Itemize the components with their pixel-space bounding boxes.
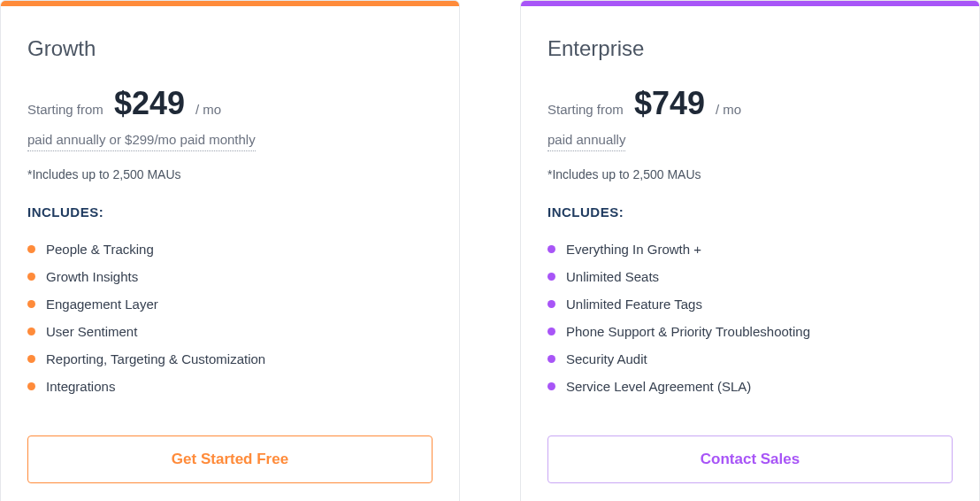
bullet-icon bbox=[547, 355, 555, 363]
bullet-icon bbox=[547, 382, 555, 390]
feature-list: People & Tracking Growth Insights Engage… bbox=[27, 235, 433, 400]
feature-item: User Sentiment bbox=[27, 318, 433, 345]
pricing-card-enterprise: Enterprise Starting from $749 / mo paid … bbox=[520, 0, 980, 501]
feature-item: People & Tracking bbox=[27, 235, 433, 263]
price-amount: $249 bbox=[114, 88, 185, 119]
feature-label: Everything In Growth + bbox=[566, 242, 701, 257]
price-prefix: Starting from bbox=[27, 102, 103, 117]
feature-item: Integrations bbox=[27, 373, 433, 400]
price-amount: $749 bbox=[634, 88, 705, 119]
feature-item: Phone Support & Priority Troubleshooting bbox=[547, 318, 953, 345]
price-row: Starting from $249 / mo bbox=[27, 88, 433, 119]
maus-note: *Includes up to 2,500 MAUs bbox=[547, 167, 953, 181]
bullet-icon bbox=[547, 300, 555, 308]
maus-note: *Includes up to 2,500 MAUs bbox=[27, 167, 433, 181]
contact-sales-button[interactable]: Contact Sales bbox=[547, 435, 953, 483]
feature-label: People & Tracking bbox=[46, 242, 154, 257]
billing-note: paid annually or $299/mo paid monthly bbox=[27, 132, 256, 151]
includes-heading: INCLUDES: bbox=[27, 204, 433, 220]
pricing-container: Growth Starting from $249 / mo paid annu… bbox=[0, 0, 980, 501]
bullet-icon bbox=[547, 273, 555, 281]
billing-note: paid annually bbox=[547, 132, 625, 151]
price-prefix: Starting from bbox=[547, 102, 624, 117]
card-body: Growth Starting from $249 / mo paid annu… bbox=[1, 6, 459, 400]
feature-item: Security Audit bbox=[547, 345, 953, 373]
bullet-icon bbox=[27, 300, 35, 308]
plan-title: Growth bbox=[27, 36, 433, 61]
bullet-icon bbox=[547, 328, 555, 335]
feature-label: Growth Insights bbox=[46, 269, 138, 284]
feature-label: Unlimited Seats bbox=[566, 269, 659, 284]
pricing-card-growth: Growth Starting from $249 / mo paid annu… bbox=[0, 0, 460, 501]
feature-label: Security Audit bbox=[566, 351, 647, 366]
bullet-icon bbox=[27, 382, 35, 390]
feature-label: Service Level Agreement (SLA) bbox=[566, 379, 751, 394]
price-suffix: / mo bbox=[716, 102, 741, 117]
feature-item: Growth Insights bbox=[27, 263, 433, 290]
feature-label: Phone Support & Priority Troubleshooting bbox=[566, 324, 810, 339]
feature-item: Service Level Agreement (SLA) bbox=[547, 373, 953, 400]
plan-title: Enterprise bbox=[547, 36, 953, 61]
feature-label: User Sentiment bbox=[46, 324, 137, 339]
bullet-icon bbox=[27, 245, 35, 253]
bullet-icon bbox=[547, 245, 555, 253]
bullet-icon bbox=[27, 273, 35, 281]
feature-label: Reporting, Targeting & Customization bbox=[46, 351, 265, 366]
feature-label: Integrations bbox=[46, 379, 115, 394]
feature-list: Everything In Growth + Unlimited Seats U… bbox=[547, 235, 953, 400]
price-row: Starting from $749 / mo bbox=[547, 88, 953, 119]
bullet-icon bbox=[27, 328, 35, 335]
feature-item: Everything In Growth + bbox=[547, 235, 953, 263]
feature-item: Engagement Layer bbox=[27, 290, 433, 318]
feature-label: Unlimited Feature Tags bbox=[566, 297, 702, 312]
feature-label: Engagement Layer bbox=[46, 297, 158, 312]
feature-item: Unlimited Feature Tags bbox=[547, 290, 953, 318]
card-body: Enterprise Starting from $749 / mo paid … bbox=[521, 6, 979, 400]
price-suffix: / mo bbox=[195, 102, 221, 117]
feature-item: Reporting, Targeting & Customization bbox=[27, 345, 433, 373]
feature-item: Unlimited Seats bbox=[547, 263, 953, 290]
includes-heading: INCLUDES: bbox=[547, 204, 953, 220]
get-started-free-button[interactable]: Get Started Free bbox=[27, 435, 433, 483]
bullet-icon bbox=[27, 355, 35, 363]
